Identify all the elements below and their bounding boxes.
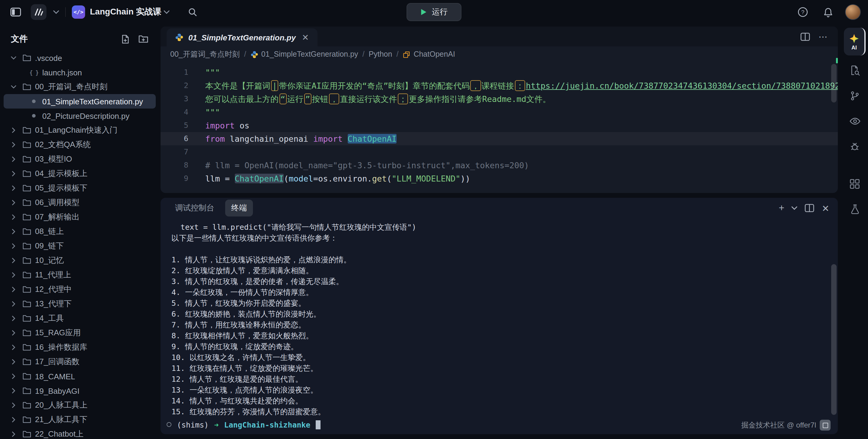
new-terminal-button[interactable]: + <box>779 203 784 213</box>
chevron-icon <box>8 172 18 175</box>
breadcrumb-item[interactable]: Python <box>369 50 392 59</box>
terminal-scrollbar[interactable] <box>831 264 837 415</box>
code-line[interactable]: 5import os <box>161 119 838 132</box>
tree-item[interactable]: 19_BabyAGI <box>4 383 156 398</box>
breadcrumb-item[interactable]: 01_SimpleTextGeneration.py <box>250 50 358 59</box>
tree-item[interactable]: 07_解析输出 <box>4 210 156 224</box>
new-folder-button[interactable] <box>138 34 149 43</box>
app-logo-button[interactable] <box>30 4 47 21</box>
terminal-dropdown-chevron-icon[interactable] <box>792 206 798 210</box>
tree-item[interactable]: 13_代理下 <box>4 297 156 311</box>
tree-item[interactable]: 14_工具 <box>4 311 156 326</box>
folder-icon <box>22 314 31 323</box>
tree-item[interactable]: 03_模型IO <box>4 152 156 166</box>
line-number: 4 <box>161 105 188 119</box>
tree-item[interactable]: .vscode <box>4 50 156 65</box>
tab-terminal[interactable]: 终端 <box>225 200 253 216</box>
tab-close-icon[interactable]: ✕ <box>302 33 309 42</box>
code-line[interactable]: 4""" <box>161 105 838 119</box>
code-area[interactable]: 1"""2本文件是【开篇词|带你亲证AI应用开发的“奇点”时刻】章节的配套代码，… <box>161 62 838 193</box>
code-line[interactable]: 2本文件是【开篇词|带你亲证AI应用开发的“奇点”时刻】章节的配套代码，课程链接… <box>161 79 838 92</box>
prompt-circle-icon <box>166 422 172 427</box>
bell-icon <box>823 7 833 17</box>
more-actions-icon[interactable]: ⋯ <box>818 31 828 42</box>
notifications-button[interactable] <box>820 4 837 21</box>
breadcrumb-item[interactable]: ChatOpenAI <box>403 50 455 59</box>
split-editor-icon[interactable] <box>800 32 810 41</box>
preview-button[interactable] <box>844 111 865 131</box>
new-file-button[interactable] <box>121 34 130 44</box>
tree-item[interactable]: 06_调用模型 <box>4 195 156 210</box>
run-button[interactable]: 运行 <box>406 3 462 21</box>
tree-item-label: 16_操作数据库 <box>35 342 87 353</box>
watermark-text: 掘金技术社区 @ offer7l <box>741 420 816 430</box>
close-panel-icon[interactable]: ✕ <box>822 204 829 212</box>
file-search-button[interactable] <box>844 60 865 81</box>
folder-icon <box>22 227 31 236</box>
code-line[interactable]: 3您可以点击最上方的“运行”按钮，直接运行该文件；更多操作指引请参考Readme… <box>161 92 838 105</box>
ai-sparkle-icon <box>849 33 860 44</box>
tree-item[interactable]: 02_PictureDescription.py <box>4 108 156 123</box>
tree-item[interactable]: 01_LangChain快速入门 <box>4 123 156 137</box>
code-line[interactable]: 1""" <box>161 66 838 79</box>
tree-item[interactable]: { }launch.json <box>4 65 156 79</box>
logo-chevron-down-icon[interactable] <box>53 10 59 14</box>
tree-item[interactable]: 17_回调函数 <box>4 354 156 369</box>
code-line[interactable]: 9llm = ChatOpenAI(model=os.environ.get("… <box>161 172 838 185</box>
user-avatar[interactable] <box>845 4 861 20</box>
toggle-sidebar-button[interactable] <box>7 4 24 21</box>
ai-label: AI <box>851 44 857 50</box>
tree-item[interactable]: 18_CAMEL <box>4 369 156 383</box>
chevron-icon <box>8 186 18 190</box>
testing-button[interactable] <box>844 199 865 220</box>
help-button[interactable]: ? <box>794 4 811 21</box>
folder-icon <box>22 82 31 91</box>
line-number: 8 <box>161 159 188 172</box>
tree-item[interactable]: 09_链下 <box>4 239 156 253</box>
tree-item[interactable]: 00_开篇词_奇点时刻 <box>4 79 156 94</box>
project-selector[interactable]: </> LangChain 实战课 <box>72 5 169 19</box>
breadcrumb-item[interactable]: 00_开篇词_奇点时刻 <box>170 49 240 59</box>
tree-item[interactable]: 16_操作数据库 <box>4 340 156 354</box>
tree-item[interactable]: 02_文档QA系统 <box>4 137 156 152</box>
code-line[interactable]: 6from langchain_openai import ChatOpenAI <box>161 132 838 145</box>
play-icon <box>421 8 427 16</box>
tree-item[interactable]: 01_SimpleTextGeneration.py <box>4 94 156 108</box>
terminal-prompt[interactable]: (shims) ➜ LangChain-shizhanke <box>172 418 827 431</box>
tree-item[interactable]: 11_代理上 <box>4 268 156 282</box>
debug-button[interactable] <box>844 136 865 157</box>
ai-assistant-button[interactable]: AI <box>844 28 866 56</box>
tree-item[interactable]: 15_RAG应用 <box>4 326 156 340</box>
editor-scrollbar[interactable] <box>831 64 837 103</box>
tree-item[interactable]: 10_记忆 <box>4 253 156 268</box>
tree-item[interactable]: 08_链上 <box>4 224 156 239</box>
source-control-button[interactable] <box>844 86 865 106</box>
tree-item[interactable]: 04_提示模板上 <box>4 166 156 181</box>
tree-item[interactable]: 20_人脉工具上 <box>4 398 156 412</box>
folder-icon <box>22 329 31 337</box>
breadcrumb-separator: / <box>363 50 365 59</box>
tree-item[interactable]: 05_提示模板下 <box>4 181 156 195</box>
tree-item-label: 19_BabyAGI <box>35 386 80 395</box>
chevron-icon <box>8 215 18 219</box>
editor-tab[interactable]: 01_SimpleTextGeneration.py ✕ <box>166 28 317 46</box>
chevron-icon <box>8 158 18 161</box>
tree-item[interactable]: 21_人脉工具下 <box>4 412 156 427</box>
breadcrumb-label: 01_SimpleTextGeneration.py <box>261 50 358 59</box>
folder-icon <box>22 285 31 294</box>
tree-item[interactable]: 12_代理中 <box>4 282 156 297</box>
chevron-icon <box>8 360 18 364</box>
tab-debug-console[interactable]: 调试控制台 <box>169 200 220 216</box>
tree-item[interactable]: 22_Chatbot上 <box>4 427 156 439</box>
split-terminal-icon[interactable] <box>805 204 814 212</box>
chevron-icon <box>8 389 18 393</box>
chevron-icon <box>8 85 18 89</box>
tree-item-label: 10_记忆 <box>35 255 64 266</box>
search-icon <box>188 7 197 17</box>
chevron-icon <box>8 129 18 132</box>
terminal-output[interactable]: text = llm.predict("请给我写一句情人节红玫瑰的中文宣传语")… <box>161 218 838 434</box>
code-line[interactable]: 8# llm = OpenAI(model_name="gpt-3.5-turb… <box>161 159 838 172</box>
global-search-button[interactable] <box>184 4 201 21</box>
code-line[interactable]: 7 <box>161 145 838 159</box>
extensions-button[interactable] <box>844 174 865 194</box>
